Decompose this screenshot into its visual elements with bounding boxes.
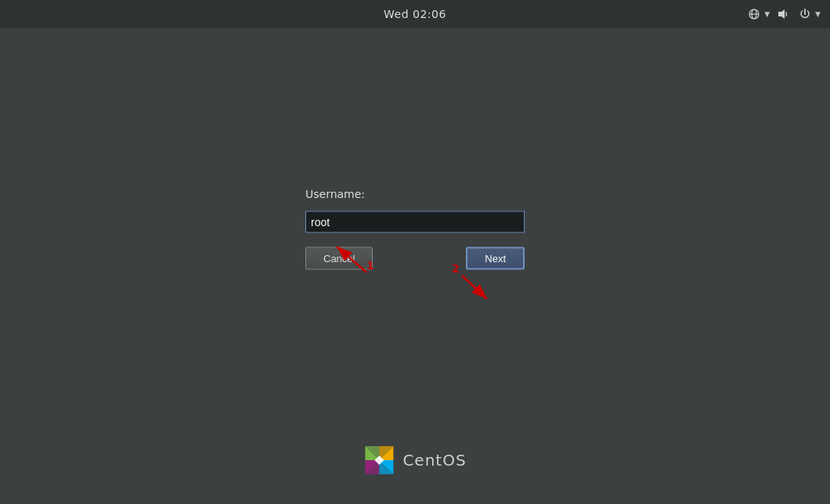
volume-icon[interactable]: [774, 5, 792, 23]
topbar-right: ▼ ▼: [745, 0, 821, 28]
svg-line-8: [462, 275, 487, 299]
topbar: Wed 02:06 ▼ ▼: [0, 0, 830, 28]
button-row: Cancel Next: [305, 247, 525, 270]
power-icon[interactable]: [796, 5, 814, 23]
cancel-button[interactable]: Cancel: [305, 247, 373, 270]
topbar-time: Wed 02:06: [384, 8, 446, 20]
svg-marker-3: [778, 9, 785, 19]
centos-brand-text: CentOS: [402, 451, 466, 470]
network-icon[interactable]: [745, 5, 763, 23]
network-chevron[interactable]: ▼: [764, 10, 770, 18]
power-chevron[interactable]: ▼: [815, 10, 821, 18]
next-button[interactable]: Next: [466, 247, 525, 270]
centos-logo: CentOS: [363, 445, 466, 476]
username-input[interactable]: [305, 211, 525, 233]
login-container: Username: Cancel Next: [305, 188, 525, 270]
username-label: Username:: [305, 188, 365, 200]
centos-icon: [363, 445, 395, 476]
